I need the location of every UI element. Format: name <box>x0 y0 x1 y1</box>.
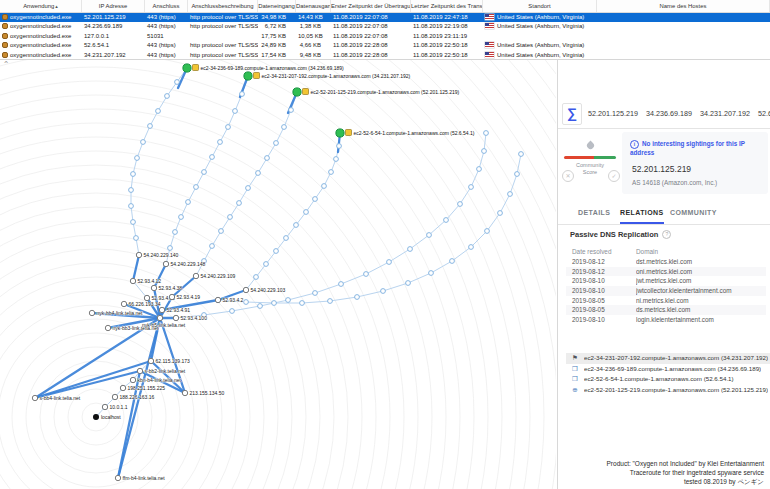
dns-domain-link[interactable]: dst.metrics.klei.com <box>636 257 766 267</box>
vote-up-button[interactable]: ✓ <box>608 170 620 182</box>
graph-hop-node[interactable] <box>130 278 135 283</box>
app-icon <box>2 52 8 58</box>
graph-endpoint-node[interactable] <box>183 64 191 72</box>
graph-hop-node[interactable] <box>137 368 142 373</box>
host-list-item[interactable]: ❐ec2-52-6-54-1.compute-1.amazonaws.com (… <box>566 374 770 385</box>
cell-data-out: 4,66 KB <box>296 41 331 50</box>
ip-tab[interactable]: 34.231.207.192 <box>700 109 750 118</box>
graph-hop-node[interactable] <box>136 252 141 257</box>
graph-hop-node[interactable] <box>148 358 153 363</box>
graph-node <box>289 108 294 113</box>
dns-row: 2019-08-12dst.metrics.klei.com <box>566 257 766 267</box>
column-header[interactable]: Letzter Zeitpunkt des Transfers <box>411 0 483 12</box>
graph-node <box>264 262 269 267</box>
section-title: Passive DNS Replication? <box>570 230 671 239</box>
credits-text: Product: "Oxygen not Included" by Klei E… <box>607 459 764 486</box>
dns-domain-link[interactable]: jwtcollector.kleientertainment.com <box>636 286 766 296</box>
column-header[interactable]: Anschlussbeschreibung <box>188 0 258 12</box>
graph-hop-node[interactable] <box>105 325 110 330</box>
graph-hop-node[interactable] <box>120 385 125 390</box>
graph-hop-node[interactable] <box>243 287 248 292</box>
graph-node <box>294 223 299 228</box>
graph-hop-node[interactable] <box>89 310 94 315</box>
graph-hop-node[interactable] <box>159 307 164 312</box>
dns-domain-link[interactable]: oni.metrics.klei.com <box>636 267 766 277</box>
column-header[interactable]: Erster Zeitpunkt der Übertragung <box>331 0 411 12</box>
graph-endpoint-node[interactable] <box>244 72 252 80</box>
graph-node <box>274 141 279 146</box>
column-header[interactable]: Anschluss <box>145 0 188 12</box>
cell-application: oxygennotincluded.exe <box>0 32 82 41</box>
table-row[interactable]: oxygennotincluded.exe52.6.54.1443 (https… <box>0 41 770 50</box>
dns-domain-link[interactable]: jwt.metrics.klei.com <box>636 276 766 286</box>
graph-node <box>129 204 134 209</box>
table-row[interactable]: oxygennotincluded.exe52.201.125.219443 (… <box>0 13 770 22</box>
banner-text: No interesting sightings for this IP add… <box>630 140 745 156</box>
column-header[interactable]: IP Adresse <box>82 0 145 12</box>
cell-location: United States (Ashburn, Virginia) <box>483 41 597 50</box>
graph-node <box>168 246 173 251</box>
graph-node <box>175 80 180 85</box>
graph-endpoint-node[interactable] <box>293 88 301 96</box>
tab-relations[interactable]: RELATIONS <box>620 204 664 224</box>
graph-hop-node[interactable] <box>115 475 120 480</box>
graph-hop-node[interactable] <box>173 315 178 320</box>
graph-node <box>219 229 224 234</box>
hop-label: 52.93.4.38 <box>159 285 183 291</box>
cell-port: 443 (https) <box>145 22 188 31</box>
ip-tab[interactable]: 52.201.125.219 <box>588 109 638 118</box>
cell-ip: 127.0.0.1 <box>82 32 145 41</box>
hop-label: kbn-b4-link.telia.net <box>138 377 182 383</box>
vt-tab-bar: DETAILSRELATIONSCOMMUNITY <box>558 204 770 225</box>
dns-domain-link[interactable]: ni.metrics.klei.com <box>636 296 766 306</box>
host-type-icon: ❐ <box>566 364 584 375</box>
table-row[interactable]: oxygennotincluded.exe127.0.0.15103117,75… <box>0 32 770 41</box>
cell-first-seen: 11.08.2019 22:07:08 <box>331 13 411 22</box>
virustotal-panel: ∑ 52.201.125.21934.236.69.18934.231.207.… <box>557 60 770 489</box>
tab-details[interactable]: DETAILS <box>578 204 610 222</box>
host-label: ec2-52-6-54-1.compute-1.amazonaws.com (5… <box>584 374 734 385</box>
localhost-dot[interactable] <box>93 414 99 420</box>
ip-tab[interactable]: 34.236.69.189 <box>646 109 692 118</box>
graph-hop-node[interactable] <box>215 297 220 302</box>
column-header[interactable]: Datenausgang <box>296 0 331 12</box>
graph-hop-node[interactable] <box>151 285 156 290</box>
info-icon: i <box>630 140 639 149</box>
column-header[interactable]: Dateneingang <box>258 0 296 12</box>
hop-label: 52.93.4.12 <box>138 278 162 284</box>
hop-label: 52.93.4.100 <box>181 315 208 321</box>
graph-hop-node[interactable] <box>157 315 162 320</box>
graph-hop-node[interactable] <box>193 273 198 278</box>
host-list-item[interactable]: ❐ec2-34-236-69-189.compute-1.amazonaws.c… <box>566 364 770 375</box>
graph-hop-node[interactable] <box>102 404 107 409</box>
cell-hostname <box>597 22 770 31</box>
graph-hop-node[interactable] <box>169 294 174 299</box>
dns-date: 2019-08-10 <box>566 315 636 325</box>
dns-domain-link[interactable]: ds.metrics.klei.com <box>636 305 766 315</box>
graph-hop-node[interactable] <box>163 261 168 266</box>
us-flag-icon <box>485 23 494 29</box>
table-row[interactable]: oxygennotincluded.exe34.231.207.192443 (… <box>0 51 770 60</box>
column-header[interactable]: Anwendung▴ <box>0 0 82 12</box>
column-header[interactable]: Name des Hostes <box>597 0 770 12</box>
graph-hop-node[interactable] <box>182 390 187 395</box>
ip-tab[interactable]: 52.6.54.1 <box>758 109 770 118</box>
graph-hop-node[interactable] <box>121 301 126 306</box>
tab-community[interactable]: COMMUNITY <box>670 204 717 222</box>
graph-node <box>240 92 245 97</box>
graph-node <box>381 289 386 294</box>
host-list-item[interactable]: ⚑ec2-34-231-207-192.compute-1.amazonaws.… <box>566 353 770 364</box>
hop-label: nyk-b5-link.telia.net <box>142 322 186 328</box>
graph-hop-node[interactable] <box>32 395 37 400</box>
graph-hop-node[interactable] <box>112 394 117 399</box>
graph-hop-node[interactable] <box>130 377 135 382</box>
tag-icon <box>346 130 352 136</box>
vote-down-button[interactable]: ✕ <box>562 170 574 182</box>
host-list-item[interactable]: ⊕ec2-52-201-125-219.compute-1.amazonaws.… <box>566 385 770 396</box>
graph-node <box>469 245 474 250</box>
graph-endpoint-node[interactable] <box>336 129 344 137</box>
column-header[interactable]: Standort <box>483 0 597 12</box>
dns-date: 2019-08-12 <box>566 257 636 267</box>
dns-domain-link[interactable]: login.kleientertainment.com <box>636 315 766 325</box>
table-row[interactable]: oxygennotincluded.exe34.236.69.189443 (h… <box>0 22 770 31</box>
